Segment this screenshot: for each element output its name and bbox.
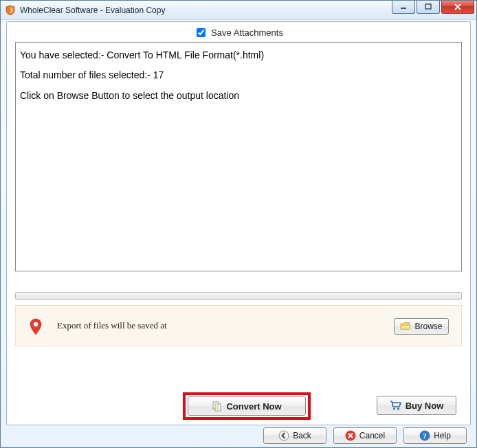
- copy-icon: [212, 401, 223, 412]
- window-controls: [390, 1, 474, 14]
- export-location-text: Export of files will be saved at: [57, 320, 167, 331]
- svg-point-5: [393, 408, 395, 410]
- footer-bar: Back Cancel ? Help: [1, 427, 476, 445]
- app-icon: [5, 5, 16, 16]
- close-button[interactable]: [441, 1, 474, 14]
- progress-bar: [15, 292, 462, 300]
- help-button[interactable]: ? Help: [403, 427, 467, 444]
- application-window: WholeClear Software - Evaluation Copy Sa…: [0, 0, 477, 448]
- svg-rect-1: [425, 4, 431, 9]
- help-button-label: Help: [434, 431, 451, 440]
- help-q-icon: ?: [419, 430, 430, 441]
- save-attachments-label: Save Attachments: [211, 27, 283, 38]
- convert-highlight-box: Convert Now: [183, 392, 311, 420]
- save-attachments-checkbox[interactable]: [197, 28, 206, 37]
- message-box: You have selected:- Convert To HTML File…: [15, 42, 462, 271]
- cancel-x-icon: [345, 430, 356, 441]
- minimize-icon: [400, 3, 407, 10]
- svg-point-2: [34, 322, 38, 326]
- maximize-button[interactable]: [417, 1, 440, 14]
- minimize-button[interactable]: [392, 1, 415, 14]
- back-arrow-icon: [278, 430, 289, 441]
- action-row: Convert Now Buy Now: [15, 396, 462, 418]
- save-attachments-row: Save Attachments: [15, 26, 462, 39]
- message-line-3: Click on Browse Button to select the out…: [20, 86, 457, 106]
- titlebar[interactable]: WholeClear Software - Evaluation Copy: [1, 1, 476, 20]
- svg-point-7: [279, 431, 289, 440]
- back-button-label: Back: [293, 431, 311, 440]
- svg-rect-0: [401, 8, 406, 9]
- convert-now-label: Convert Now: [226, 401, 281, 412]
- window-title: WholeClear Software - Evaluation Copy: [20, 5, 165, 15]
- cancel-button[interactable]: Cancel: [333, 427, 397, 444]
- close-icon: [454, 3, 462, 10]
- convert-now-button[interactable]: Convert Now: [188, 396, 306, 416]
- map-pin-icon: [28, 318, 43, 336]
- back-button[interactable]: Back: [263, 427, 326, 444]
- buy-now-button[interactable]: Buy Now: [377, 396, 456, 415]
- cancel-button-label: Cancel: [359, 431, 385, 440]
- svg-point-6: [397, 408, 399, 410]
- buy-now-label: Buy Now: [406, 401, 444, 411]
- svg-text:?: ?: [423, 432, 427, 440]
- message-line-1: You have selected:- Convert To HTML File…: [20, 45, 457, 65]
- maximize-icon: [425, 3, 432, 10]
- content-area: Save Attachments You have selected:- Con…: [6, 21, 471, 425]
- export-location-panel: Export of files will be saved at Browse: [15, 305, 462, 346]
- message-line-2: Total number of files selected:- 17: [20, 65, 457, 85]
- cart-icon: [390, 400, 402, 411]
- browse-button-label: Browse: [414, 322, 442, 331]
- browse-button[interactable]: Browse: [394, 318, 449, 335]
- folder-icon: [400, 322, 411, 331]
